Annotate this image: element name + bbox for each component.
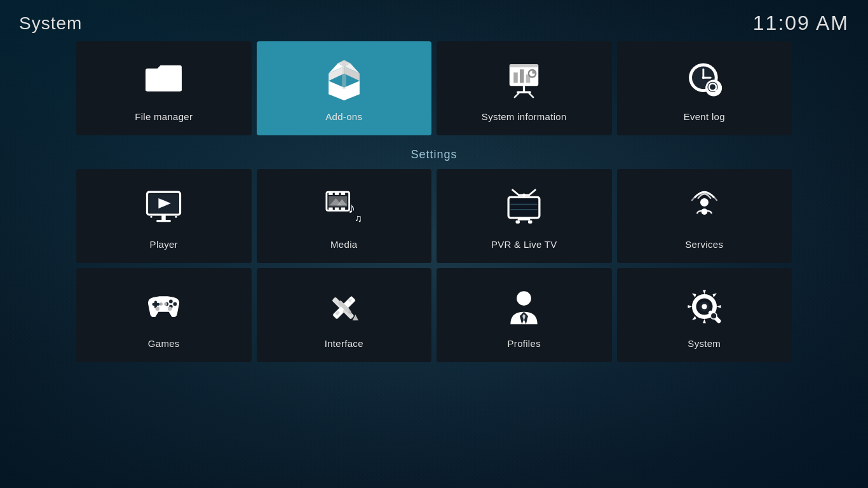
tile-media[interactable]: ♪ ♫ Media (257, 169, 432, 263)
tile-system[interactable]: System (617, 268, 792, 362)
tile-interface[interactable]: Interface (257, 268, 432, 362)
svg-point-86 (710, 313, 717, 319)
tile-pvr-label: PVR & Live TV (491, 239, 557, 250)
clock: 11:09 AM (753, 11, 849, 35)
svg-rect-12 (520, 69, 524, 83)
svg-rect-8 (342, 60, 346, 90)
top-row: File manager (76, 41, 792, 135)
svg-text:♫: ♫ (355, 212, 362, 224)
tile-event-log-label: Event log (684, 111, 725, 122)
svg-point-58 (701, 208, 707, 215)
tile-system-information[interactable]: System information (437, 41, 612, 135)
tile-games[interactable]: Games (76, 268, 252, 362)
svg-point-23 (702, 76, 705, 79)
system-icon (682, 285, 726, 329)
player-icon (142, 186, 186, 230)
page-title: System (19, 13, 82, 34)
tile-player-label: Player (150, 239, 178, 250)
svg-line-48 (529, 190, 536, 195)
tile-media-label: Media (330, 239, 357, 250)
profiles-icon (502, 285, 546, 329)
header: System 11:09 AM (0, 0, 868, 41)
system-info-icon (502, 58, 546, 102)
svg-point-67 (165, 302, 168, 306)
svg-rect-55 (518, 218, 531, 220)
svg-rect-31 (162, 215, 166, 220)
addons-icon (322, 58, 366, 102)
svg-rect-36 (329, 192, 333, 195)
svg-point-34 (175, 216, 177, 218)
main-content: File manager (0, 41, 868, 362)
svg-rect-56 (516, 220, 520, 224)
svg-point-63 (173, 302, 177, 306)
settings-label: Settings (76, 148, 792, 161)
settings-row-2: Games (76, 268, 792, 362)
tile-services[interactable]: Services (617, 169, 792, 263)
svg-point-59 (700, 198, 709, 207)
tile-games-label: Games (148, 338, 180, 349)
settings-row-1: Player (76, 169, 792, 263)
svg-point-33 (151, 216, 153, 218)
svg-point-66 (159, 302, 163, 306)
svg-line-47 (513, 190, 519, 195)
tile-add-ons-label: Add-ons (325, 111, 362, 122)
svg-rect-32 (156, 220, 171, 222)
tile-event-log[interactable]: Event log (617, 41, 792, 135)
games-icon (142, 285, 186, 329)
svg-rect-41 (341, 208, 345, 211)
event-log-icon (682, 58, 726, 102)
svg-line-18 (529, 93, 534, 98)
tile-file-manager-label: File manager (135, 111, 193, 122)
svg-point-68 (156, 307, 160, 311)
svg-rect-40 (335, 208, 339, 211)
svg-rect-11 (514, 72, 519, 83)
svg-line-17 (515, 93, 519, 98)
pvr-icon (502, 186, 546, 230)
tile-system-label: System (688, 338, 721, 349)
tile-add-ons[interactable]: Add-ons (257, 41, 432, 135)
svg-rect-38 (341, 192, 345, 195)
svg-point-84 (702, 304, 707, 309)
tile-pvr[interactable]: PVR & Live TV (437, 169, 612, 263)
tile-interface-label: Interface (325, 338, 363, 349)
tile-file-manager[interactable]: File manager (76, 41, 252, 135)
svg-point-69 (168, 307, 172, 311)
folder-icon (142, 58, 186, 102)
media-icon: ♪ ♫ (322, 186, 366, 230)
svg-rect-57 (528, 220, 532, 224)
svg-point-62 (169, 300, 173, 304)
svg-rect-39 (329, 208, 333, 211)
svg-rect-52 (511, 200, 538, 216)
tile-services-label: Services (685, 239, 723, 250)
tile-player[interactable]: Player (76, 169, 252, 263)
svg-rect-37 (335, 192, 339, 195)
services-icon (682, 186, 726, 230)
svg-rect-10 (510, 64, 539, 67)
interface-icon (322, 285, 366, 329)
tile-profiles[interactable]: Profiles (437, 268, 612, 362)
tile-system-information-label: System information (482, 111, 567, 122)
svg-point-80 (517, 291, 531, 306)
tile-profiles-label: Profiles (508, 338, 541, 349)
